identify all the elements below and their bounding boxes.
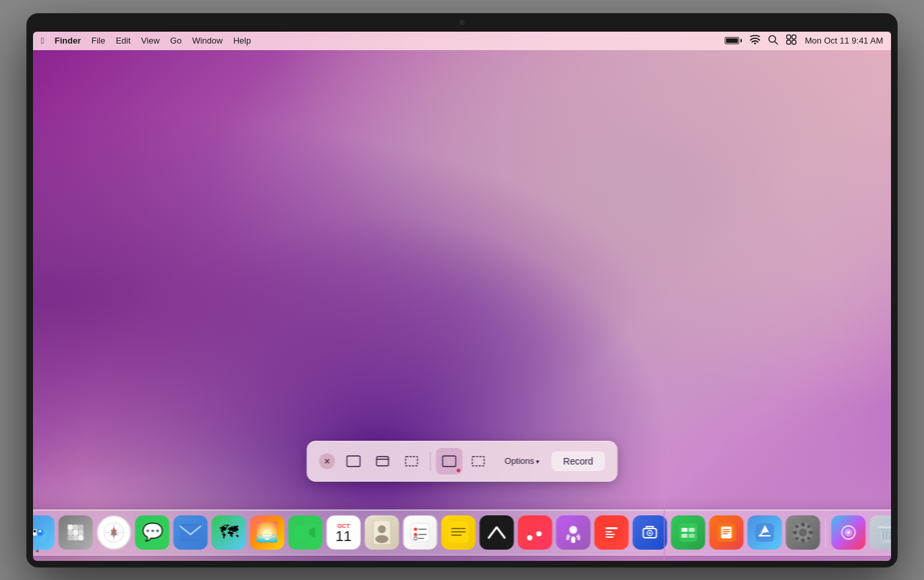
screenshot-toolbar: × xyxy=(307,441,618,482)
svg-rect-64 xyxy=(689,534,695,538)
svg-rect-10 xyxy=(443,456,456,467)
screen:  Finder File Edit View Go Window Help xyxy=(33,32,891,561)
svg-point-77 xyxy=(793,531,797,534)
dock-icon-notes[interactable] xyxy=(442,515,476,550)
svg-rect-17 xyxy=(68,525,73,530)
svg-rect-69 xyxy=(723,533,728,534)
dock-icon-appletv[interactable] xyxy=(480,515,514,550)
datetime: Mon Oct 11 9:41 AM xyxy=(805,36,883,46)
svg-rect-62 xyxy=(689,528,695,532)
dock-icon-launchpad[interactable] xyxy=(59,515,93,550)
menubar:  Finder File Edit View Go Window Help xyxy=(33,32,891,50)
dock-icon-appstore[interactable] xyxy=(748,515,782,550)
chevron-down-icon: ▾ xyxy=(536,458,539,465)
svg-rect-4 xyxy=(787,40,791,44)
svg-rect-34 xyxy=(295,526,310,539)
svg-rect-55 xyxy=(606,534,615,535)
svg-point-78 xyxy=(809,531,813,534)
dock-icon-news[interactable] xyxy=(595,515,629,550)
dock-icon-podcasts[interactable] xyxy=(556,515,591,550)
camera-notch xyxy=(459,20,465,25)
dock-icon-facetime[interactable] xyxy=(288,515,323,550)
svg-rect-54 xyxy=(606,531,612,532)
svg-rect-9 xyxy=(406,457,418,466)
dock-icon-system-preferences[interactable] xyxy=(786,515,820,550)
record-button[interactable]: Record xyxy=(551,451,605,471)
svg-rect-89 xyxy=(884,523,890,527)
options-button[interactable]: Options ▾ xyxy=(497,452,548,470)
svg-rect-53 xyxy=(606,527,618,529)
capture-fullscreen-button[interactable] xyxy=(341,448,367,474)
svg-point-85 xyxy=(847,531,850,534)
svg-point-79 xyxy=(795,525,799,528)
svg-line-1 xyxy=(775,42,777,44)
dock-icon-mail[interactable] xyxy=(174,515,208,550)
dock-icon-trash[interactable] xyxy=(870,515,892,550)
svg-rect-23 xyxy=(68,535,73,540)
svg-rect-18 xyxy=(73,525,79,530)
calendar-day: 11 xyxy=(335,529,351,544)
svg-rect-25 xyxy=(79,535,84,540)
svg-rect-66 xyxy=(721,527,732,538)
capture-selection-button[interactable] xyxy=(399,448,425,474)
svg-rect-21 xyxy=(73,530,79,535)
app-name[interactable]: Finder xyxy=(55,36,81,46)
svg-point-82 xyxy=(807,536,810,540)
menu-file[interactable]: File xyxy=(91,36,105,46)
menu-view[interactable]: View xyxy=(141,36,160,46)
menu-help[interactable]: Help xyxy=(233,36,251,46)
dock-icon-numbers[interactable] xyxy=(671,515,706,550)
svg-rect-3 xyxy=(792,35,796,39)
dock-icon-siri[interactable] xyxy=(832,515,866,550)
record-selection-button[interactable] xyxy=(465,448,492,474)
menu-window[interactable]: Window xyxy=(192,36,222,46)
svg-rect-22 xyxy=(79,530,84,535)
close-toolbar-button[interactable]: × xyxy=(319,453,335,469)
svg-point-81 xyxy=(795,536,799,540)
svg-point-59 xyxy=(649,532,651,534)
svg-rect-68 xyxy=(723,531,731,532)
svg-point-50 xyxy=(570,526,578,534)
wifi-icon xyxy=(750,35,760,46)
battery-icon xyxy=(725,37,742,44)
dock-icon-contacts[interactable] xyxy=(365,515,399,550)
menu-edit[interactable]: Edit xyxy=(116,36,130,46)
control-center-icon[interactable] xyxy=(786,34,797,47)
dock-icon-photos[interactable]: 🌅 xyxy=(250,515,284,550)
calendar-display: OCT 11 xyxy=(335,521,351,544)
dock: 💬 🗺 🌅 xyxy=(33,509,891,556)
dock-icon-calendar[interactable]: OCT 11 xyxy=(327,515,361,550)
battery-body xyxy=(725,37,739,44)
dock-icon-transporter[interactable] xyxy=(633,515,667,550)
dock-icon-messages[interactable]: 💬 xyxy=(135,515,170,550)
record-fullscreen-button[interactable] xyxy=(436,448,463,474)
svg-rect-11 xyxy=(473,457,484,466)
svg-rect-51 xyxy=(572,536,576,543)
apple-menu[interactable]:  xyxy=(41,36,44,46)
dock-icon-reminders[interactable] xyxy=(403,515,438,550)
toolbar-separator-1 xyxy=(430,452,431,470)
svg-point-80 xyxy=(807,525,810,528)
svg-rect-67 xyxy=(723,529,731,531)
dock-icon-music[interactable] xyxy=(518,515,552,550)
menubar-right: Mon Oct 11 9:41 AM xyxy=(725,34,883,47)
options-label: Options xyxy=(505,456,535,466)
svg-point-42 xyxy=(414,532,417,536)
svg-point-37 xyxy=(378,525,386,533)
dock-icon-pages[interactable] xyxy=(710,515,744,550)
svg-rect-47 xyxy=(451,528,466,529)
svg-rect-6 xyxy=(347,456,360,467)
menu-go[interactable]: Go xyxy=(170,36,182,46)
svg-rect-33 xyxy=(180,526,201,539)
dock-separator xyxy=(826,517,826,548)
dock-icon-safari[interactable] xyxy=(97,515,131,550)
spotlight-search-icon[interactable] xyxy=(768,35,778,47)
dock-icon-maps[interactable]: 🗺 xyxy=(212,515,246,550)
record-indicator xyxy=(456,468,461,473)
svg-rect-20 xyxy=(68,530,73,535)
mac-frame:  Finder File Edit View Go Window Help xyxy=(26,13,898,567)
svg-point-16 xyxy=(39,530,42,532)
dock-icon-finder[interactable] xyxy=(33,515,55,550)
capture-window-button[interactable] xyxy=(370,448,396,474)
dock-dot-finder xyxy=(36,550,39,552)
